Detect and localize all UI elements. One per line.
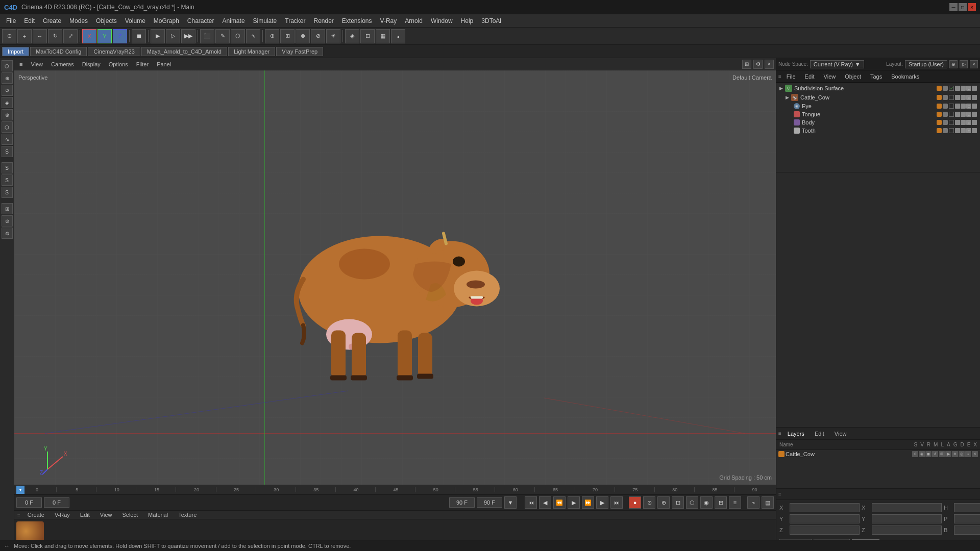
right-panel-pin-btn[interactable]: ×: [970, 60, 978, 68]
x-axis-btn[interactable]: X: [82, 29, 96, 43]
tab-cinemavray[interactable]: CinemaVrayR23: [88, 47, 140, 56]
layer-render-icon[interactable]: ◼: [925, 451, 932, 457]
playhead-marker[interactable]: ▼: [16, 486, 24, 494]
y-axis-btn[interactable]: Y: [97, 29, 112, 43]
layer-expr-icon[interactable]: ≡: [965, 451, 971, 457]
attr-z-input[interactable]: 0 cm: [790, 525, 860, 535]
menu-3dtoal[interactable]: 3DToAl: [477, 16, 505, 26]
menu-file[interactable]: File: [2, 16, 20, 26]
z-axis-btn[interactable]: Z: [113, 29, 127, 43]
rotate-btn[interactable]: ↻: [48, 29, 62, 43]
render-active-btn[interactable]: ▶▶: [181, 29, 195, 43]
layers-tab[interactable]: Layers: [783, 430, 808, 438]
obj-tab-view[interactable]: View: [820, 72, 840, 81]
vt-view[interactable]: View: [28, 60, 46, 68]
key-btn[interactable]: ⌁: [747, 496, 760, 509]
asset-btn[interactable]: ⬥: [391, 29, 405, 43]
fps-dropdown-btn[interactable]: ▼: [504, 496, 517, 509]
record-btn[interactable]: ●: [629, 496, 641, 509]
right-panel-close-btn[interactable]: ▷: [960, 60, 968, 68]
perspective-btn[interactable]: ⬛: [200, 29, 214, 43]
jump-end-btn[interactable]: ⏭: [610, 496, 623, 509]
left-move-btn[interactable]: ↺: [2, 85, 13, 96]
menu-objects[interactable]: Objects: [92, 16, 121, 26]
select-btn[interactable]: +: [17, 29, 32, 43]
layer-cattle-cow[interactable]: Cattle_Cow ⊙ ◉ ◼ ↺ ⊞ ▶ ⊕ ◎ ≡ ✕: [776, 450, 980, 458]
tab-vray-fastprep[interactable]: Vray FastPrep: [276, 47, 323, 56]
left-object-btn[interactable]: ⬡: [2, 60, 13, 71]
menu-edit[interactable]: Edit: [20, 16, 39, 26]
transport-btn4[interactable]: ◉: [700, 496, 713, 509]
layer-solo-icon[interactable]: ⊙: [912, 451, 918, 457]
obj-cattle-cow[interactable]: ▶ 🐄 Cattle_Cow ⬡: [777, 93, 979, 102]
left-spline-btn[interactable]: ∿: [2, 134, 13, 145]
layer-deform-icon[interactable]: ⊞: [939, 451, 945, 457]
mat-select[interactable]: Select: [118, 511, 142, 519]
obj-subdivision-surface[interactable]: ▶ ⬡ Subdivision Surface ✓ ⬡: [777, 84, 979, 93]
vt-filter[interactable]: Filter: [133, 60, 152, 68]
menu-tracker[interactable]: Tracker: [281, 16, 309, 26]
next-frame-btn[interactable]: ▶: [596, 496, 608, 509]
obj-tongue[interactable]: Tongue ⬡: [777, 110, 979, 118]
left-tool-btn[interactable]: ⊘: [2, 215, 13, 227]
light-btn[interactable]: ☀: [326, 29, 340, 43]
layer-btn[interactable]: ▦: [376, 29, 390, 43]
close-button[interactable]: ×: [968, 3, 976, 11]
jump-start-btn[interactable]: ⏮: [525, 496, 537, 509]
left-scene3-btn[interactable]: S: [2, 187, 13, 198]
menu-character[interactable]: Character: [183, 16, 218, 26]
attr-menu-icon[interactable]: ≡: [778, 491, 781, 497]
deform-btn[interactable]: ⊗: [296, 29, 310, 43]
obj-eye[interactable]: ◉ Eye ⬡: [777, 102, 979, 110]
attr-x-input[interactable]: 0 cm: [790, 503, 860, 512]
fps-input[interactable]: [477, 497, 502, 508]
transport-btn1[interactable]: ⊕: [657, 496, 670, 509]
workplane-btn[interactable]: ⊞: [280, 29, 295, 43]
obj-tab-tags[interactable]: Tags: [866, 72, 886, 81]
mat-menu-icon[interactable]: ≡: [16, 511, 21, 519]
tab-maya-arnold[interactable]: Maya_Arnold_to_C4D_Arnold: [141, 47, 227, 56]
scale-btn[interactable]: ⤢: [63, 29, 78, 43]
vt-maximize-btn[interactable]: ⊞: [742, 60, 751, 69]
obj-tab-edit[interactable]: Edit: [801, 72, 819, 81]
menu-volume[interactable]: Volume: [121, 16, 150, 26]
start-frame-input[interactable]: [44, 497, 69, 508]
tab-import[interactable]: Import: [2, 47, 29, 56]
menu-render[interactable]: Render: [309, 16, 337, 26]
transport-btn6[interactable]: ≡: [729, 496, 741, 509]
left-scale-btn[interactable]: ◈: [2, 97, 13, 108]
attr-xrot-input[interactable]: 0°: [872, 503, 942, 512]
prev-frame-btn[interactable]: ◀: [539, 496, 551, 509]
menu-animate[interactable]: Animate: [218, 16, 249, 26]
left-extra-btn[interactable]: ⊚: [2, 228, 13, 239]
render-btn[interactable]: ▷: [166, 29, 180, 43]
vt-options[interactable]: Options: [106, 60, 131, 68]
left-select-btn[interactable]: ⊕: [2, 72, 13, 84]
tab-light[interactable]: Light Manager: [228, 47, 275, 56]
attr-p-input[interactable]: 0°: [954, 514, 980, 523]
render-region-btn[interactable]: ▶: [151, 29, 165, 43]
obj-tab-bookmarks[interactable]: Bookmarks: [887, 72, 923, 81]
left-rotate-btn[interactable]: ⊛: [2, 109, 13, 120]
paint-btn[interactable]: ✎: [215, 29, 230, 43]
transport-btn3[interactable]: ⬡: [686, 496, 698, 509]
menu-vray[interactable]: V-Ray: [376, 16, 401, 26]
attr-y-input[interactable]: 0 cm: [790, 514, 860, 523]
layers-edit[interactable]: Edit: [811, 430, 828, 438]
minimize-button[interactable]: ─: [949, 3, 958, 11]
menu-extensions[interactable]: Extensions: [338, 16, 376, 26]
layer-anim-icon[interactable]: ▶: [945, 451, 951, 457]
attr-h-input[interactable]: 0°: [954, 503, 980, 512]
mat-edit[interactable]: Edit: [76, 511, 94, 519]
left-scene2-btn[interactable]: S: [2, 174, 13, 186]
layer-vis-icon[interactable]: ◉: [919, 451, 925, 457]
vt-close-btn[interactable]: ×: [765, 60, 774, 69]
menu-arnold[interactable]: Arnold: [401, 16, 427, 26]
layer-gen-icon[interactable]: ⊕: [952, 451, 958, 457]
current-frame-input[interactable]: [16, 497, 42, 508]
attr-yrot-input[interactable]: 0°: [872, 514, 942, 523]
obj-menu-icon[interactable]: ≡: [778, 73, 781, 79]
layers-view[interactable]: View: [830, 430, 851, 438]
left-grid-btn[interactable]: ⊞: [2, 203, 13, 214]
spline-btn[interactable]: ∿: [246, 29, 260, 43]
